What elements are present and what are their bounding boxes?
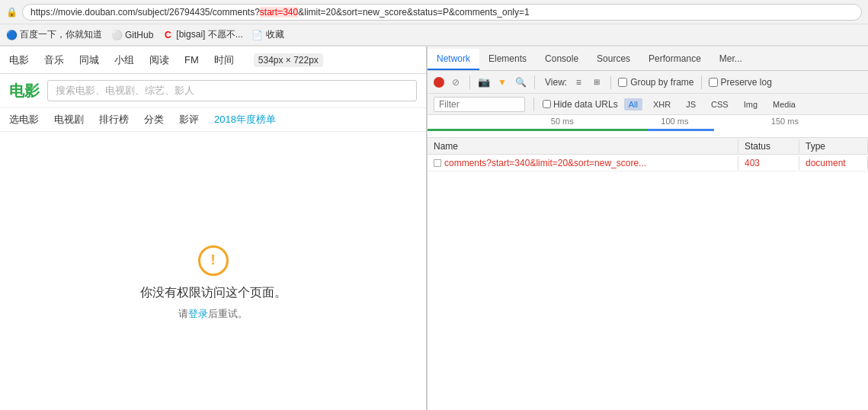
devtools-tabs: Network Elements Console Sources Perform… bbox=[428, 46, 868, 71]
bookmark-github[interactable]: ⚪ GitHub bbox=[111, 30, 153, 40]
bookmark-icon: 📄 bbox=[252, 30, 263, 40]
bookmark-shoucang-label: 收藏 bbox=[266, 28, 284, 41]
toolbar-sep-4 bbox=[701, 75, 702, 89]
logo-text: 电影 bbox=[9, 82, 40, 99]
filter-media[interactable]: Media bbox=[768, 98, 800, 111]
bookmark-bigsai[interactable]: C [bigsai] 不愿不... bbox=[162, 28, 242, 41]
row-name-text: comments?start=340&limit=20&sort=new_sco… bbox=[444, 158, 646, 168]
toolbar-sep-3 bbox=[610, 75, 611, 89]
row-name: comments?start=340&limit=20&sort=new_sco… bbox=[428, 156, 738, 170]
view-list-icon[interactable]: ≡ bbox=[572, 75, 585, 89]
site-content: ! 你没有权限访问这个页面。 请登录后重试。 bbox=[0, 132, 426, 410]
waterfall-green-bar bbox=[428, 129, 670, 131]
row-type: document bbox=[799, 156, 868, 170]
bookmark-shoucang[interactable]: 📄 收藏 bbox=[252, 28, 284, 41]
row-file-icon bbox=[434, 159, 441, 167]
bookmark-github-label: GitHub bbox=[125, 30, 153, 40]
group-by-frame-label: Group by frame bbox=[630, 77, 693, 88]
nav-yuedu[interactable]: 阅读 bbox=[148, 53, 171, 67]
view-tree-icon[interactable]: ⊞ bbox=[590, 75, 604, 89]
github-icon: ⚪ bbox=[111, 30, 122, 40]
table-row[interactable]: comments?start=340&limit=20&sort=new_sco… bbox=[428, 155, 868, 171]
url-text-after: &limit=20&sort=new_score&status=P&commen… bbox=[298, 7, 530, 18]
tab-performance[interactable]: Performance bbox=[639, 49, 710, 70]
tab-sources[interactable]: Sources bbox=[588, 49, 639, 70]
waterfall-label-150: 150 ms bbox=[771, 117, 799, 126]
devtools-panel: Network Elements Console Sources Perform… bbox=[427, 46, 868, 410]
size-badge: 534px × 722px bbox=[254, 53, 323, 67]
col-status: Status bbox=[738, 139, 799, 153]
address-bar: 🔒 https://movie.douban.com/subject/26794… bbox=[0, 0, 868, 24]
nav-tongcheng[interactable]: 同城 bbox=[78, 53, 101, 67]
url-highlight: start=340 bbox=[260, 7, 298, 18]
devtools-filter-bar: Hide data URLs All XHR JS CSS Img Media bbox=[428, 94, 868, 115]
tab-more[interactable]: Mer... bbox=[710, 49, 751, 70]
waterfall-label-50: 50 ms bbox=[551, 117, 574, 126]
hide-data-urls-label: Hide data URLs bbox=[553, 99, 618, 110]
record-button[interactable] bbox=[434, 77, 444, 88]
waterfall-blue-bar bbox=[648, 129, 714, 131]
devtools-waterfall: 50 ms 100 ms 150 ms bbox=[428, 115, 868, 138]
filter-xhr[interactable]: XHR bbox=[649, 98, 675, 111]
toolbar-sep-2 bbox=[534, 75, 535, 89]
nav-shijian[interactable]: 时间 bbox=[213, 53, 235, 67]
baidu-icon: 🔵 bbox=[6, 30, 17, 40]
devtools-toolbar: ⊘ 📷 ▼ 🔍 View: ≡ ⊞ Group by frame Preserv… bbox=[428, 71, 868, 94]
group-by-frame-checkbox[interactable]: Group by frame bbox=[618, 77, 693, 88]
tab-elements[interactable]: Elements bbox=[479, 49, 536, 70]
error-sub-text: 请 bbox=[178, 308, 188, 319]
site-subnav: 选电影 电视剧 排行榜 分类 影评 2018年度榜单 bbox=[0, 108, 426, 132]
hide-data-urls-checkbox[interactable]: Hide data URLs bbox=[543, 99, 618, 110]
view-label: View: bbox=[545, 77, 567, 88]
nav-yinyue[interactable]: 音乐 bbox=[43, 53, 66, 67]
filter-input[interactable] bbox=[434, 97, 525, 112]
bookmark-baidu[interactable]: 🔵 百度一下，你就知道 bbox=[6, 28, 102, 41]
hide-data-urls-input[interactable] bbox=[543, 100, 551, 108]
devtools-network-table: Name Status Type comments?start=340&limi… bbox=[428, 138, 868, 410]
search-icon[interactable]: 🔍 bbox=[514, 75, 527, 89]
col-name: Name bbox=[428, 139, 738, 153]
subnav-xuandianying[interactable]: 选电影 bbox=[9, 113, 39, 127]
bookmark-baidu-label: 百度一下，你就知道 bbox=[20, 28, 102, 41]
subnav-yingping[interactable]: 影评 bbox=[179, 113, 199, 127]
lock-icon: 🔒 bbox=[6, 7, 18, 18]
subnav-dianshiju[interactable]: 电视剧 bbox=[54, 113, 84, 127]
nav-xiaozu[interactable]: 小组 bbox=[113, 53, 136, 67]
filter-css[interactable]: CSS bbox=[706, 98, 733, 111]
site-logo: 电影 bbox=[9, 81, 40, 101]
nav-dianying[interactable]: 电影 bbox=[8, 53, 30, 67]
error-login-link[interactable]: 登录 bbox=[188, 308, 208, 319]
preserve-log-checkbox[interactable]: Preserve log bbox=[709, 77, 772, 88]
website-area: 电影 音乐 同城 小组 阅读 FM 时间 534px × 722px 电影 搜索… bbox=[0, 46, 427, 410]
col-type: Type bbox=[799, 139, 868, 153]
bookmarks-bar: 🔵 百度一下，你就知道 ⚪ GitHub C [bigsai] 不愿不... 📄… bbox=[0, 24, 868, 46]
main-layout: 电影 音乐 同城 小组 阅读 FM 时间 534px × 722px 电影 搜索… bbox=[0, 46, 868, 410]
waterfall-label-100: 100 ms bbox=[661, 117, 688, 126]
filter-js[interactable]: JS bbox=[681, 98, 700, 111]
group-by-frame-input[interactable] bbox=[618, 78, 627, 87]
error-sub: 请登录后重试。 bbox=[178, 307, 248, 321]
camera-icon[interactable]: 📷 bbox=[477, 75, 491, 89]
nav-fm[interactable]: FM bbox=[183, 54, 200, 66]
search-box[interactable]: 搜索电影、电视剧、综艺、影人 bbox=[47, 80, 417, 101]
stop-button[interactable]: ⊘ bbox=[449, 75, 463, 89]
preserve-log-input[interactable] bbox=[709, 78, 718, 87]
table-header: Name Status Type bbox=[428, 138, 868, 155]
filter-all[interactable]: All bbox=[624, 98, 642, 111]
bookmark-bigsai-label: [bigsai] 不愿不... bbox=[176, 28, 242, 41]
filter-sep bbox=[533, 98, 534, 111]
subnav-paihangtop[interactable]: 排行榜 bbox=[99, 113, 129, 127]
tab-console[interactable]: Console bbox=[536, 49, 588, 70]
url-field[interactable]: https://movie.douban.com/subject/2679443… bbox=[22, 4, 862, 21]
toolbar-sep-1 bbox=[469, 75, 470, 89]
site-navbar: 电影 音乐 同城 小组 阅读 FM 时间 534px × 722px bbox=[0, 46, 426, 74]
tab-network[interactable]: Network bbox=[428, 49, 479, 70]
search-placeholder: 搜索电影、电视剧、综艺、影人 bbox=[56, 84, 194, 98]
subnav-2018bangdan[interactable]: 2018年度榜单 bbox=[214, 113, 276, 127]
error-title: 你没有权限访问这个页面。 bbox=[140, 285, 287, 301]
site-header: 电影 搜索电影、电视剧、综艺、影人 bbox=[0, 74, 426, 108]
subnav-fenlei[interactable]: 分类 bbox=[144, 113, 164, 127]
filter-img[interactable]: Img bbox=[739, 98, 762, 111]
error-sub-text2: 后重试。 bbox=[208, 308, 248, 319]
filter-icon[interactable]: ▼ bbox=[495, 75, 509, 89]
